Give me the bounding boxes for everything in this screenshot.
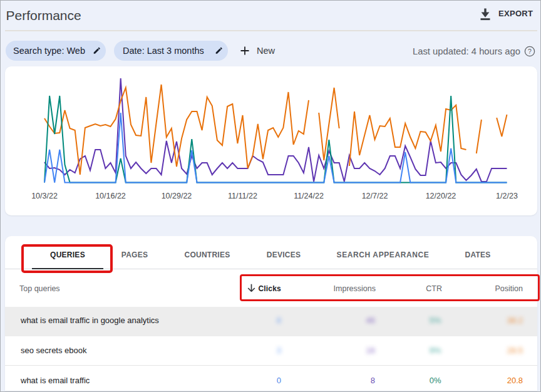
svg-text:10/16/22: 10/16/22 xyxy=(95,192,126,200)
svg-text:11/11/22: 11/11/22 xyxy=(228,192,257,200)
svg-text:10/29/22: 10/29/22 xyxy=(162,192,192,200)
svg-text:11/24/22: 11/24/22 xyxy=(294,192,324,200)
svg-text:12/7/22: 12/7/22 xyxy=(362,192,388,200)
svg-text:?: ? xyxy=(528,48,532,55)
svg-text:1/2/23: 1/2/23 xyxy=(496,192,518,200)
svg-text:12/20/22: 12/20/22 xyxy=(426,192,456,200)
svg-text:10/3/22: 10/3/22 xyxy=(31,192,58,200)
